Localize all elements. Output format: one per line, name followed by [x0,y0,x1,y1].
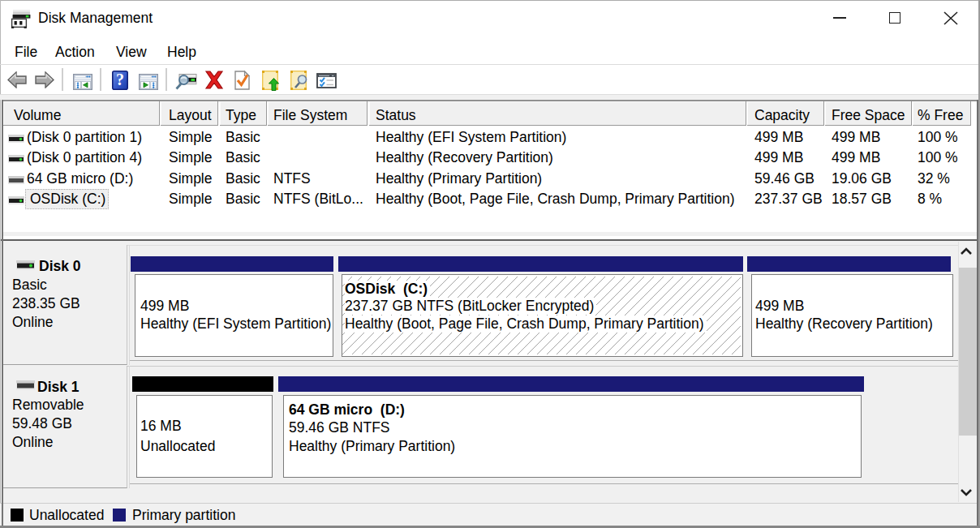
svg-text:?: ? [116,71,124,88]
